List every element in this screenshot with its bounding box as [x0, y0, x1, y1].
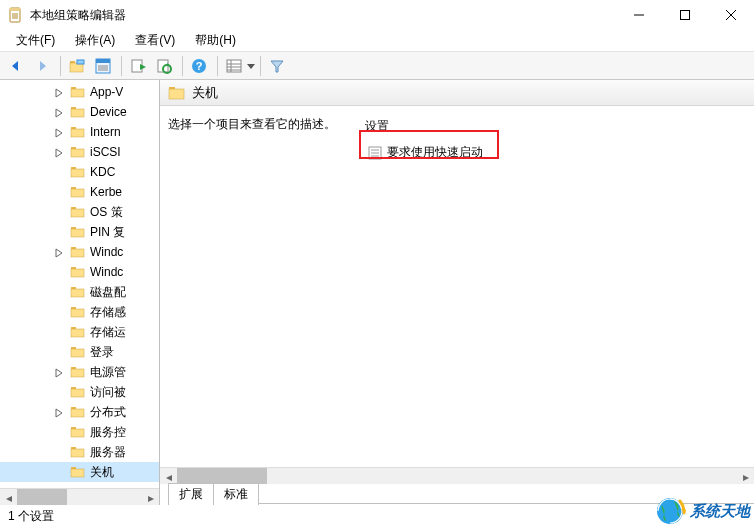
export-button[interactable]: [126, 54, 150, 78]
toolbar: ?: [0, 52, 754, 80]
folder-icon: [70, 324, 86, 340]
chevron-right-icon[interactable]: [54, 247, 64, 261]
tree-item[interactable]: Kerbe: [0, 182, 159, 202]
tree-item[interactable]: 存储运: [0, 322, 159, 342]
tree-item-label: 磁盘配: [90, 284, 126, 301]
folder-icon: [70, 364, 86, 380]
svg-rect-6: [681, 11, 690, 20]
tree-item[interactable]: 分布式: [0, 402, 159, 422]
policy-icon: [367, 145, 383, 161]
tree-item[interactable]: Windc: [0, 262, 159, 282]
menu-help[interactable]: 帮助(H): [185, 30, 246, 51]
chevron-right-icon[interactable]: [54, 107, 64, 121]
scroll-right-icon[interactable]: ▸: [737, 468, 754, 485]
tree-hscrollbar[interactable]: ◂ ▸: [0, 488, 159, 505]
folder-icon: [70, 344, 86, 360]
folder-icon: [168, 84, 186, 102]
svg-marker-20: [140, 64, 146, 70]
scroll-left-icon[interactable]: ◂: [0, 489, 17, 506]
watermark-text: 系统天地: [690, 502, 750, 521]
menu-action[interactable]: 操作(A): [65, 30, 125, 51]
folder-icon: [70, 164, 86, 180]
tree-item-label: iSCSI: [90, 145, 121, 159]
chevron-right-icon[interactable]: [54, 87, 64, 101]
folder-icon: [70, 424, 86, 440]
svg-marker-36: [56, 109, 62, 117]
tree-item[interactable]: 磁盘配: [0, 282, 159, 302]
tree-item[interactable]: 服务器: [0, 442, 159, 462]
setting-label: 要求使用快速启动: [387, 144, 483, 161]
details-view-button[interactable]: [222, 54, 246, 78]
svg-rect-70: [71, 389, 84, 397]
properties-button[interactable]: [91, 54, 115, 78]
tree-item[interactable]: Intern: [0, 122, 159, 142]
svg-rect-68: [71, 369, 84, 377]
details-hscroll-thumb[interactable]: [177, 468, 267, 484]
svg-rect-65: [71, 349, 84, 357]
tree-item[interactable]: 存储感: [0, 302, 159, 322]
close-button[interactable]: [708, 0, 754, 30]
tree-item-label: Kerbe: [90, 185, 122, 199]
setting-item[interactable]: 要求使用快速启动: [363, 143, 746, 162]
svg-marker-31: [247, 64, 255, 69]
view-dropdown[interactable]: [246, 62, 256, 70]
svg-rect-1: [10, 8, 20, 11]
svg-rect-48: [71, 189, 84, 197]
maximize-button[interactable]: [662, 0, 708, 30]
tree-item[interactable]: 电源管: [0, 362, 159, 382]
svg-rect-73: [71, 409, 84, 417]
svg-marker-9: [12, 61, 18, 71]
svg-text:?: ?: [196, 60, 203, 72]
tree-item[interactable]: OS 策: [0, 202, 159, 222]
tree-item-label: 分布式: [90, 404, 126, 421]
chevron-right-icon[interactable]: [54, 407, 64, 421]
tree-item[interactable]: App-V: [0, 82, 159, 102]
chevron-right-icon[interactable]: [54, 127, 64, 141]
tree-item[interactable]: 登录: [0, 342, 159, 362]
folder-icon: [70, 244, 86, 260]
refresh-button[interactable]: [152, 54, 176, 78]
menu-file[interactable]: 文件(F): [6, 30, 65, 51]
chevron-right-icon[interactable]: [54, 367, 64, 381]
tree-item-label: 存储运: [90, 324, 126, 341]
tree-item[interactable]: Device: [0, 102, 159, 122]
content-area: App-VDeviceInterniSCSIKDCKerbeOS 策PIN 复W…: [0, 80, 754, 505]
panel-hint: 选择一个项目来查看它的描述。: [168, 116, 355, 133]
svg-marker-71: [56, 409, 62, 417]
tab-standard[interactable]: 标准: [213, 483, 259, 506]
minimize-button[interactable]: [616, 0, 662, 30]
folder-icon: [70, 144, 86, 160]
tree-hscroll-thumb[interactable]: [17, 489, 67, 505]
tree-item[interactable]: PIN 复: [0, 222, 159, 242]
statusbar: 1 个设置: [0, 505, 754, 527]
menu-view[interactable]: 查看(V): [125, 30, 185, 51]
tree-item[interactable]: Windc: [0, 242, 159, 262]
tree-item-label: Windc: [90, 265, 123, 279]
folder-icon: [70, 84, 86, 100]
settings-column-header[interactable]: 设置: [363, 116, 746, 141]
tree-item-label: 访问被: [90, 384, 126, 401]
svg-rect-50: [71, 209, 84, 217]
svg-rect-55: [71, 249, 84, 257]
show-hide-tree-button[interactable]: [65, 54, 89, 78]
svg-rect-46: [71, 169, 84, 177]
tree-item[interactable]: 访问被: [0, 382, 159, 402]
back-button[interactable]: [4, 54, 28, 78]
forward-button[interactable]: [30, 54, 54, 78]
tree-item[interactable]: 服务控: [0, 422, 159, 442]
tree-item[interactable]: iSCSI: [0, 142, 159, 162]
globe-icon: [654, 495, 686, 527]
scroll-right-icon[interactable]: ▸: [142, 489, 159, 506]
tab-extended[interactable]: 扩展: [168, 483, 214, 506]
tree-body[interactable]: App-VDeviceInterniSCSIKDCKerbeOS 策PIN 复W…: [0, 80, 159, 488]
details-hscrollbar[interactable]: ◂ ▸: [160, 467, 754, 484]
tree-item-label: Windc: [90, 245, 123, 259]
svg-marker-32: [271, 61, 283, 72]
tree-item[interactable]: 关机: [0, 462, 159, 482]
tree-item[interactable]: KDC: [0, 162, 159, 182]
folder-icon: [70, 204, 86, 220]
chevron-right-icon[interactable]: [54, 147, 64, 161]
tree-item-label: OS 策: [90, 204, 123, 221]
help-button[interactable]: ?: [187, 54, 211, 78]
filter-button[interactable]: [265, 54, 289, 78]
